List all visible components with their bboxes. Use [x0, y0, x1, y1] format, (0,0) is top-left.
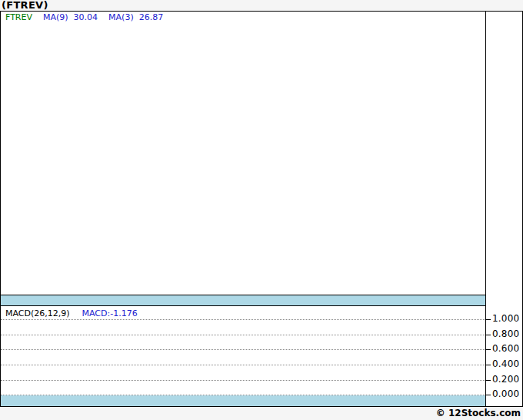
axis-tick — [486, 395, 491, 395]
macd-params-label: MACD(26,12,9) — [5, 308, 70, 318]
ma3-value: 26.87 — [139, 12, 164, 22]
axis-tick-label: 0.800 — [492, 328, 521, 340]
ma3-label: MA(3) — [108, 12, 134, 22]
gridline — [1, 380, 485, 381]
separator-band-top — [1, 295, 485, 306]
axis-tick — [486, 349, 491, 350]
axis-divider-line — [485, 12, 486, 406]
axis-tick-label: 0.400 — [492, 358, 521, 370]
main-chart-legend: FTREVMA(9)30.04MA(3)26.87 — [5, 13, 174, 22]
macd-value: MACD:-1.176 — [82, 308, 138, 318]
axis-tick — [486, 365, 491, 365]
chart-area: FTREVMA(9)30.04MA(3)26.87 MACD(26,12,9)M… — [0, 11, 523, 407]
ma9-value: 30.04 — [74, 12, 98, 22]
axis-tick-label: 0.200 — [492, 374, 521, 385]
axis-tick-label: 0.000 — [492, 388, 521, 400]
page-title: (FTREV) — [2, 0, 48, 11]
gridline — [1, 349, 485, 350]
gridline — [1, 319, 485, 320]
footer: © 12Stocks.com — [0, 408, 521, 419]
axis-tick-label: 1.000 — [492, 313, 521, 325]
ma9-label: MA(9) — [43, 12, 68, 22]
ticker-symbol-label: FTREV — [5, 12, 32, 22]
axis-tick — [486, 380, 491, 381]
gridline — [1, 365, 485, 365]
axis-tick — [486, 319, 491, 320]
macd-legend: MACD(26,12,9)MACD:-1.176 — [5, 309, 138, 318]
separator-band-bottom — [1, 395, 485, 406]
site-credit-link[interactable]: © 12Stocks.com — [436, 408, 521, 418]
axis-tick-label: 0.600 — [492, 343, 521, 355]
gridline — [1, 335, 485, 335]
axis-tick — [486, 335, 491, 335]
